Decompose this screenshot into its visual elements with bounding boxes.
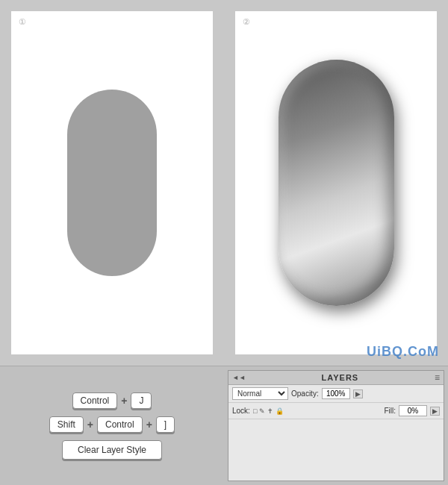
j-key[interactable]: J bbox=[131, 392, 152, 409]
lock-icons-group: □ ✎ ✝ 🔒 bbox=[253, 407, 284, 415]
fill-label: Fill: bbox=[384, 407, 396, 415]
canvas-panel-1: ① bbox=[11, 11, 213, 354]
canvas-panel-2: ② bbox=[235, 11, 437, 354]
control-key-1[interactable]: Control bbox=[72, 392, 118, 409]
blend-mode-select[interactable]: Normal Dissolve Multiply Screen bbox=[232, 387, 288, 400]
lock-label: Lock: bbox=[232, 407, 250, 415]
clear-layer-style-button[interactable]: Clear Layer Style bbox=[62, 440, 162, 460]
opacity-arrow[interactable]: ▶ bbox=[353, 389, 363, 398]
shortcut-row-2: Shift + Control + ] bbox=[49, 416, 175, 433]
layers-menu-icon[interactable]: ≡ bbox=[435, 372, 440, 383]
shift-key[interactable]: Shift bbox=[49, 416, 84, 433]
lock-move-icon[interactable]: ✝ bbox=[267, 407, 273, 415]
panel-number-1: ① bbox=[19, 17, 26, 27]
layers-panel-container: ◄◄ LAYERS ≡ Normal Dissolve Multiply Scr… bbox=[224, 366, 448, 485]
layers-titlebar: ◄◄ LAYERS ≡ bbox=[228, 371, 444, 385]
watermark: UiBQ.CoM bbox=[367, 344, 439, 360]
toolbar-shortcuts: Control + J Shift + Control + ] Clear La… bbox=[0, 366, 224, 485]
pill-dots-overlay bbox=[279, 60, 394, 195]
plus-icon-3: + bbox=[146, 419, 152, 431]
opacity-label: Opacity: bbox=[291, 389, 319, 398]
lock-all-icon[interactable]: 🔒 bbox=[276, 407, 284, 415]
blend-opacity-row: Normal Dissolve Multiply Screen Opacity:… bbox=[228, 385, 444, 403]
svg-rect-2 bbox=[279, 60, 394, 195]
shortcut-row-1: Control + J bbox=[72, 392, 152, 409]
bracket-key[interactable]: ] bbox=[156, 416, 175, 433]
fill-arrow[interactable]: ▶ bbox=[430, 407, 440, 416]
plus-icon-2: + bbox=[87, 419, 93, 431]
lock-paint-icon[interactable]: ✎ bbox=[259, 407, 265, 415]
pill-simple bbox=[67, 90, 157, 276]
layers-panel: ◄◄ LAYERS ≡ Normal Dissolve Multiply Scr… bbox=[228, 370, 444, 481]
pill-styled bbox=[279, 60, 394, 306]
toolbar: Control + J Shift + Control + ] Clear La… bbox=[0, 366, 448, 485]
lock-fill-row: Lock: □ ✎ ✝ 🔒 Fill: ▶ bbox=[228, 403, 444, 419]
lock-position-icon[interactable]: □ bbox=[253, 407, 257, 415]
panel-number-2: ② bbox=[243, 17, 250, 27]
opacity-input[interactable] bbox=[322, 388, 350, 399]
collapse-icon[interactable]: ◄◄ bbox=[232, 374, 246, 381]
fill-input[interactable] bbox=[399, 405, 427, 416]
layers-title: LAYERS bbox=[322, 373, 359, 382]
control-key-2[interactable]: Control bbox=[97, 416, 143, 433]
plus-icon-1: + bbox=[121, 395, 127, 407]
